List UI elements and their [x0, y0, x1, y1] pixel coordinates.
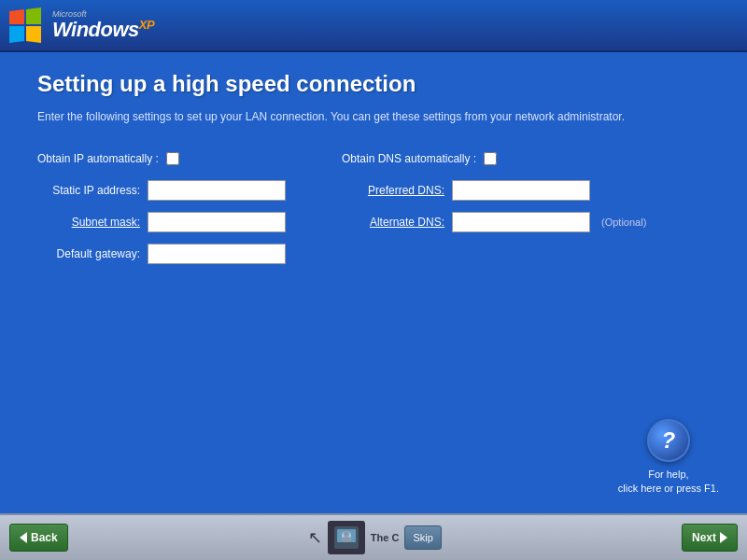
main-content: Setting up a high speed connection Enter… [0, 52, 747, 513]
header: Microsoft WindowsXP [0, 0, 747, 52]
obtain-ip-checkbox[interactable] [166, 152, 179, 165]
passport-icon [328, 521, 365, 554]
windows-label: WindowsXP [52, 19, 154, 40]
obtain-ip-row: Obtain IP automatically : [37, 147, 286, 170]
svg-marker-0 [9, 9, 24, 24]
footer-brand-text: The C [371, 532, 400, 543]
page-title: Setting up a high speed connection [37, 71, 710, 97]
subnet-mask-label: Subnet mask: [37, 216, 140, 229]
svg-point-8 [341, 537, 352, 542]
footer: Back ↖ The C Skip Next [0, 513, 747, 560]
back-button[interactable]: Back [9, 524, 68, 552]
left-form-col: Obtain IP automatically : Static IP addr… [37, 147, 286, 265]
alternate-dns-input[interactable] [452, 212, 590, 232]
preferred-dns-row: Preferred DNS: [342, 179, 646, 202]
windows-text: Microsoft WindowsXP [52, 10, 154, 40]
obtain-dns-row: Obtain DNS automatically : [342, 147, 646, 170]
optional-label: (Optional) [601, 217, 646, 228]
footer-right: Next [682, 524, 738, 552]
alternate-dns-row: Alternate DNS: (Optional) [342, 211, 646, 233]
default-gateway-row: Default gateway: [37, 243, 286, 265]
footer-center: ↖ The C Skip [308, 521, 442, 554]
subnet-mask-row: Subnet mask: [37, 211, 286, 233]
description-text: Enter the following settings to set up y… [37, 110, 710, 123]
help-text: For help,click here or press F1. [618, 468, 719, 495]
subnet-mask-input[interactable] [148, 212, 286, 232]
windows-flag-icon [9, 7, 45, 43]
windows-logo: Microsoft WindowsXP [9, 7, 154, 43]
right-form-col: Obtain DNS automatically : Preferred DNS… [342, 147, 646, 265]
default-gateway-input[interactable] [148, 244, 286, 264]
obtain-ip-label: Obtain IP automatically : [37, 152, 159, 165]
preferred-dns-label: Preferred DNS: [342, 184, 444, 197]
svg-point-7 [344, 531, 349, 537]
help-icon: ? [647, 419, 690, 462]
preferred-dns-input[interactable] [452, 180, 590, 201]
static-ip-row: Static IP address: [37, 179, 286, 202]
form-section: Obtain IP automatically : Static IP addr… [37, 147, 710, 265]
footer-left: Back [9, 524, 68, 552]
next-button[interactable]: Next [682, 524, 738, 552]
svg-marker-1 [26, 7, 41, 24]
svg-marker-3 [26, 26, 41, 43]
obtain-dns-checkbox[interactable] [484, 152, 497, 165]
alternate-dns-label: Alternate DNS: [342, 216, 444, 229]
static-ip-label: Static IP address: [37, 184, 140, 197]
obtain-dns-label: Obtain DNS automatically : [342, 152, 476, 165]
help-section[interactable]: ? For help,click here or press F1. [618, 419, 719, 495]
svg-marker-2 [9, 26, 24, 43]
back-arrow-icon [20, 532, 27, 543]
skip-button[interactable]: Skip [404, 525, 441, 550]
static-ip-input[interactable] [148, 180, 286, 201]
default-gateway-label: Default gateway: [37, 247, 140, 260]
cursor-icon: ↖ [308, 527, 322, 548]
next-arrow-icon [720, 532, 727, 543]
